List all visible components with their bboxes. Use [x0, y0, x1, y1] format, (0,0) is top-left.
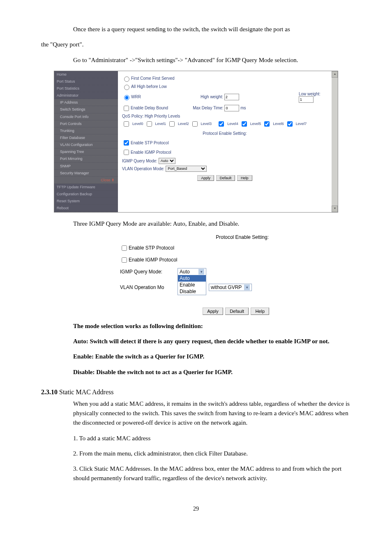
level3-label: Level3	[201, 122, 212, 126]
delay-bound-checkbox[interactable]	[124, 106, 129, 111]
level5-label: Level5	[250, 122, 261, 126]
enable-igmp-checkbox[interactable]	[124, 150, 129, 155]
disable-mode-text: Disable: Disable the switch not to act a…	[73, 368, 351, 377]
level1-label: Level1	[155, 122, 166, 126]
sidebar-home[interactable]: Home	[54, 71, 118, 78]
level4-label: Level4	[227, 122, 238, 126]
sidebar-vlan-config[interactable]: VLAN Configuration	[54, 141, 118, 148]
switch-settings-screenshot: Home Port Status Port Statistics Adminis…	[54, 71, 338, 213]
level3-checkbox[interactable]	[192, 121, 198, 127]
level7-label: Level7	[296, 122, 307, 126]
max-delay-input[interactable]	[224, 105, 239, 111]
mode-definition-heading: The mode selection works as following de…	[73, 321, 351, 331]
igmp-option-disable[interactable]: Disable	[178, 288, 206, 295]
level0-checkbox[interactable]	[124, 121, 129, 127]
level7-checkbox[interactable]	[287, 121, 293, 127]
enable-mode-text: Enable: Enable the switch as a Querier f…	[73, 352, 351, 361]
scrollbar[interactable]: ▴ ▾	[332, 71, 338, 212]
wrr-radio[interactable]	[124, 95, 129, 100]
sidebar-trunking[interactable]: Trunking	[54, 127, 118, 134]
static-mac-step2: 2. From the main menu, click administrat…	[73, 449, 351, 458]
enable-stp-checkbox[interactable]	[124, 140, 129, 146]
qos-policy-label: QoS Policy: High Priority Levels	[122, 114, 327, 118]
static-mac-step1: 1. To add a static MAC address	[73, 434, 351, 443]
enable-stp-checkbox-2[interactable]	[122, 245, 127, 251]
protocol-enable-heading-2: Protocol Enable Setting:	[120, 234, 272, 240]
default-button[interactable]: Default	[216, 175, 235, 181]
sidebar-security-manager[interactable]: Security Manager	[54, 170, 118, 177]
sidebar-switch-settings[interactable]: Switch Settings	[54, 106, 118, 113]
vlan-op-mode-select-2[interactable]: without GVRP▾	[209, 284, 252, 291]
enable-stp-label-2: Enable STP Protocol	[129, 245, 174, 251]
query-port-paragraph-2: the "Query port".	[41, 40, 351, 49]
sidebar-administrator[interactable]: Administrator	[54, 92, 118, 99]
level6-label: Level6	[273, 122, 284, 126]
high-weight-label: High weight:	[201, 95, 223, 99]
sidebar-reset-system[interactable]: Reset System	[54, 198, 118, 205]
section-heading: 2.3.10 Static MAC Address	[41, 388, 351, 396]
level5-checkbox[interactable]	[242, 121, 247, 127]
help-button[interactable]: Help	[237, 175, 252, 181]
sidebar-reboot[interactable]: Reboot	[54, 205, 118, 212]
fcfs-label: First Come First Served	[131, 76, 175, 81]
protocol-enable-heading: Protocol Enable Setting:	[122, 131, 327, 136]
vlan-mode-value: without GVRP	[211, 284, 242, 290]
vlan-op-mode-label: VLAN Operation Mode:	[122, 166, 164, 171]
igmp-nav-path: Go to "Administrator" ->"Switch settings…	[73, 56, 351, 65]
default-button-2[interactable]: Default	[225, 308, 249, 315]
help-button-2[interactable]: Help	[251, 308, 269, 315]
query-port-paragraph: Once there is a query request sending to…	[73, 25, 351, 34]
enable-igmp-label: Enable IGMP Protocol	[131, 150, 171, 155]
igmp-query-mode-label: IGMP Query Mode:	[122, 159, 157, 163]
enable-igmp-checkbox-2[interactable]	[122, 257, 127, 263]
main-panel: First Come First Served All High before …	[118, 71, 332, 212]
sidebar-spanning-tree[interactable]: Spanning Tree	[54, 148, 118, 155]
wrr-label: WRR	[131, 95, 141, 99]
level2-checkbox[interactable]	[169, 121, 175, 127]
igmp-query-mode-dropdown[interactable]: Auto▾ Auto Enable Disable	[178, 268, 206, 295]
sidebar-tftp[interactable]: TFTP Update Firmware	[54, 184, 118, 191]
fcfs-radio[interactable]	[124, 76, 129, 82]
sidebar: Home Port Status Port Statistics Adminis…	[54, 71, 118, 212]
sidebar-close[interactable]: Close ⬆	[54, 177, 118, 184]
apply-button[interactable]: Apply	[197, 175, 214, 181]
level4-checkbox[interactable]	[219, 121, 224, 127]
sidebar-port-statistics[interactable]: Port Statistics	[54, 85, 118, 92]
igmp-mode-selected: Auto	[180, 269, 190, 275]
igmp-option-auto[interactable]: Auto	[178, 275, 206, 282]
chevron-down-icon-2[interactable]: ▾	[244, 284, 250, 290]
sidebar-port-mirroring[interactable]: Port Mirroring	[54, 155, 118, 162]
scroll-up-icon[interactable]: ▴	[332, 71, 338, 78]
high-weight-input[interactable]	[224, 94, 239, 100]
apply-button-2[interactable]: Apply	[203, 308, 223, 315]
level0-label: Level0	[132, 122, 143, 126]
igmp-option-enable[interactable]: Enable	[178, 282, 206, 288]
chevron-down-icon[interactable]: ▾	[198, 269, 204, 275]
sidebar-port-status[interactable]: Port Status	[54, 78, 118, 85]
three-modes-text: Three IGMP Query Mode are available: Aut…	[73, 219, 351, 229]
low-weight-label: Low weight:	[299, 92, 321, 96]
sidebar-filter-db[interactable]: Filter Database	[54, 134, 118, 141]
vlan-op-mode-select[interactable]: Port_Based	[166, 166, 207, 172]
sidebar-port-controls[interactable]: Port Controls	[54, 120, 118, 127]
level6-checkbox[interactable]	[264, 121, 270, 127]
page-number: 29	[41, 506, 351, 512]
igmp-query-mode-select[interactable]: Auto	[159, 158, 175, 164]
igmp-query-mode-label-2: IGMP Query Mode:	[120, 268, 178, 275]
sidebar-snmp[interactable]: SNMP	[54, 163, 118, 170]
ahbl-label: All High before Low	[131, 84, 167, 89]
auto-mode-text: Auto: Switch will detect if there is any…	[73, 337, 351, 346]
low-weight-input[interactable]	[299, 96, 314, 103]
ms-label: ms	[240, 106, 246, 110]
igmp-mode-dropdown-screenshot: Protocol Enable Setting: Enable STP Prot…	[120, 234, 272, 315]
sidebar-config-backup[interactable]: Configuration Backup	[54, 191, 118, 198]
level1-checkbox[interactable]	[147, 121, 152, 127]
delay-bound-label: Enable Delay Bound	[131, 106, 168, 110]
ahbl-radio[interactable]	[124, 85, 129, 90]
vlan-op-mode-label-2: VLAN Operation Mo	[120, 284, 178, 290]
max-delay-label: Max Delay Time:	[193, 106, 223, 110]
sidebar-console-port[interactable]: Console Port Info	[54, 113, 118, 120]
sidebar-ip-address[interactable]: IP Address	[54, 99, 118, 106]
scroll-down-icon[interactable]: ▾	[332, 206, 338, 212]
static-mac-intro: When you add a static MAC address, it re…	[73, 399, 351, 428]
